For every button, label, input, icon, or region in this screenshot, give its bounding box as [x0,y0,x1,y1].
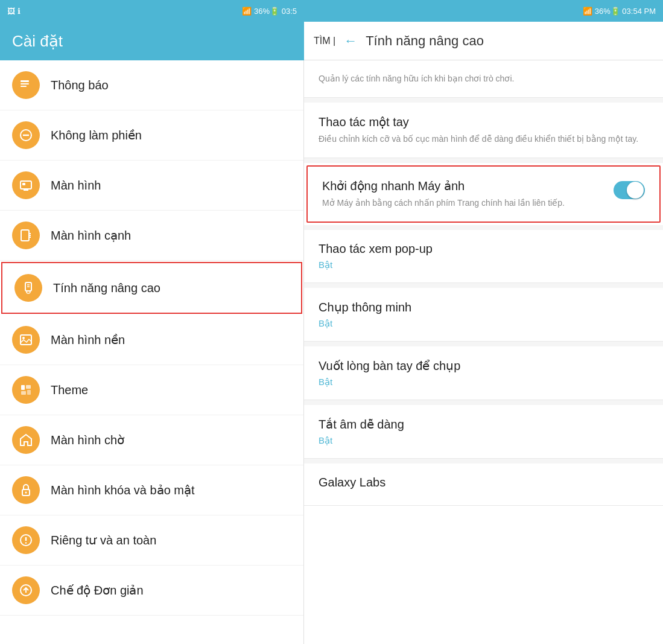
palm-swipe-status: Bật [319,377,649,387]
quick-camera-desc: Mở Máy ảnh bằng cách nhấn phím Trang chí… [322,197,604,209]
sidebar-label-che-do: Chế độ Đơn giản [51,583,144,598]
popup-view-title: Thao tác xem pop-up [319,242,649,256]
svg-point-18 [22,337,25,339]
sidebar-item-man-hinh-canh[interactable]: Màn hình cạnh [0,211,303,261]
sidebar-label-man-hinh-khoa: Màn hình khóa và bảo mật [51,483,195,497]
separator-3 [304,225,663,230]
game-tools-desc: Quản lý các tính năng hữu ích khi bạn ch… [319,72,649,85]
one-hand-title: Thao tác một tay [319,115,649,129]
theme-icon [12,376,40,404]
toggle-knob [627,182,644,199]
sidebar-item-che-do[interactable]: Chế độ Đơn giản [0,566,303,616]
sidebar-item-rieng-tu[interactable]: Riêng tư và an toàn [0,515,303,566]
settings-sidebar: Thông báo Không làm phiền Màn hình Màn h… [0,60,304,644]
privacy-icon [12,526,40,554]
svg-rect-22 [27,390,31,395]
header-right: TÌM | ← Tính năng nâng cao [304,22,663,60]
search-label[interactable]: TÌM | [314,36,335,46]
smart-capture-title: Chụp thông minh [319,300,649,314]
sidebar-label-rieng-tu: Riêng tư và an toàn [51,533,156,547]
main-content: Thông báo Không làm phiền Màn hình Màn h… [0,60,663,644]
svg-rect-9 [21,230,29,241]
smart-capture-status: Bật [319,318,649,329]
wallpaper-icon [12,326,40,354]
sidebar-label-thong-bao: Thông báo [51,78,109,92]
palm-swipe-item[interactable]: Vuốt lòng bàn tay để chụp Bật [304,346,663,400]
easy-mute-status: Bật [319,435,649,446]
home-screen-icon [12,426,40,454]
status-icons-left: 🖼 ℹ [7,7,21,16]
one-hand-desc: Điều chỉnh kích cỡ và bố cục màn hình để… [319,133,649,145]
svg-rect-0 [21,80,29,82]
popup-view-item[interactable]: Thao tác xem pop-up Bật [304,230,663,283]
svg-point-25 [25,492,27,494]
status-signal-right: 📶 36%🔋 03:54 PM [583,7,656,16]
game-tools-item: Quản lý các tính năng hữu ích khi bạn ch… [304,60,663,98]
sidebar-label-tinh-nang: Tính năng nâng cao [53,281,160,295]
separator-7 [304,459,663,464]
easy-mute-item[interactable]: Tắt âm dễ dàng Bật [304,405,663,459]
edge-screen-icon [12,222,40,249]
svg-rect-1 [21,83,29,84]
easy-mute-title: Tắt âm dễ dàng [319,417,649,432]
sidebar-item-khong-lam-phien[interactable]: Không làm phiền [0,110,303,161]
sidebar-item-thong-bao[interactable]: Thông báo [0,60,303,110]
status-bar-left: 🖼 ℹ 📶 36%🔋 03:5 [0,0,304,22]
palm-swipe-title: Vuốt lòng bàn tay để chụp [319,359,649,373]
svg-rect-8 [22,183,25,185]
popup-view-status: Bật [319,260,649,270]
quick-camera-title: Khởi động nhanh Máy ảnh [322,179,604,193]
svg-rect-20 [26,385,31,389]
svg-rect-21 [21,391,26,395]
sidebar-label-man-hinh-nen: Màn hình nền [51,333,125,347]
sidebar-item-man-hinh-nen[interactable]: Màn hình nền [0,315,303,365]
page-title-right: Tính năng nâng cao [366,33,484,49]
sidebar-item-man-hinh-cho[interactable]: Màn hình chờ [0,415,303,465]
sidebar-label-man-hinh-cho: Màn hình chờ [51,433,124,447]
lock-screen-icon [12,476,40,504]
svg-point-28 [25,542,27,543]
status-signal-left: 📶 36%🔋 03:5 [242,7,297,16]
simple-mode-icon [12,576,40,604]
quick-camera-text: Khởi động nhanh Máy ảnh Mở Máy ảnh bằng … [322,179,614,209]
sidebar-label-dnd: Không làm phiền [51,128,142,142]
smart-capture-item[interactable]: Chụp thông minh Bật [304,288,663,342]
separator-6 [304,400,663,405]
notification-icon [12,71,40,99]
svg-rect-19 [21,385,25,390]
settings-right-panel: Quản lý các tính năng hữu ích khi bạn ch… [304,60,663,644]
back-button[interactable]: ← [344,33,357,49]
sidebar-label-man-hinh: Màn hình [51,179,101,193]
header: Cài đặt TÌM | ← Tính năng nâng cao [0,22,663,60]
sidebar-item-man-hinh-khoa[interactable]: Màn hình khóa và bảo mật [0,465,303,515]
quick-camera-toggle[interactable] [614,181,645,199]
quick-camera-row: Khởi động nhanh Máy ảnh Mở Máy ảnh bằng … [322,179,645,209]
svg-rect-2 [21,86,27,87]
galaxy-labs-title: Galaxy Labs [319,476,649,489]
svg-point-14 [27,291,30,293]
quick-camera-item[interactable]: Khởi động nhanh Máy ảnh Mở Máy ảnh bằng … [306,165,661,223]
svg-rect-5 [21,181,31,189]
separator-5 [304,342,663,346]
display-icon [12,171,40,199]
sidebar-item-man-hinh[interactable]: Màn hình [0,161,303,211]
separator-1 [304,98,663,103]
sidebar-label-theme: Theme [51,383,88,397]
separator-2 [304,158,663,163]
svg-marker-23 [21,435,31,445]
sidebar-item-theme[interactable]: Theme [0,365,303,415]
header-left: Cài đặt [0,22,304,60]
page-title-left: Cài đặt [12,32,63,51]
dnd-icon [12,121,40,149]
galaxy-labs-item[interactable]: Galaxy Labs [304,464,663,506]
sidebar-label-man-hinh-canh: Màn hình cạnh [51,228,131,243]
status-bar-right: 📶 36%🔋 03:54 PM [304,0,663,22]
sidebar-item-tinh-nang[interactable]: Tính năng nâng cao [1,262,302,314]
separator-4 [304,283,663,288]
advanced-icon [14,274,42,302]
one-hand-item[interactable]: Thao tác một tay Điều chỉnh kích cỡ và b… [304,103,663,158]
